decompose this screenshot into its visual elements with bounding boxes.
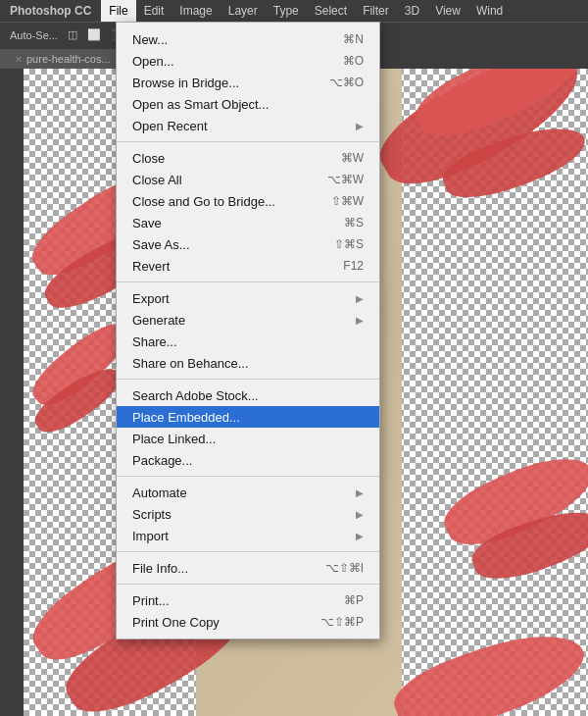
app-name: Photoshop CC bbox=[0, 4, 101, 18]
menu-file[interactable]: File bbox=[101, 0, 135, 22]
menu-item-file-info[interactable]: File Info... ⌥⇧⌘I bbox=[117, 557, 379, 579]
menu-layer[interactable]: Layer bbox=[220, 0, 266, 22]
divider-3 bbox=[117, 379, 379, 380]
divider-2 bbox=[117, 281, 379, 282]
menu-item-close-bridge[interactable]: Close and Go to Bridge... ⇧⌘W bbox=[117, 190, 379, 212]
open-recent-arrow: ▶ bbox=[356, 121, 364, 131]
menu-type[interactable]: Type bbox=[266, 0, 307, 22]
toolbar-auto-select[interactable]: Auto-Se... bbox=[5, 27, 63, 43]
tools-panel bbox=[0, 69, 24, 716]
menu-item-scripts[interactable]: Scripts ▶ bbox=[117, 503, 379, 525]
menu-item-search-stock[interactable]: Search Adobe Stock... bbox=[117, 384, 379, 406]
menu-item-open[interactable]: Open... ⌘O bbox=[117, 50, 379, 72]
menu-section-place: Search Adobe Stock... Place Embedded... … bbox=[117, 383, 379, 473]
menu-section-automate: Automate ▶ Scripts ▶ Import ▶ bbox=[117, 480, 379, 548]
menu-item-share-behance[interactable]: Share on Behance... bbox=[117, 352, 379, 374]
menu-filter[interactable]: Filter bbox=[355, 0, 397, 22]
menu-select[interactable]: Select bbox=[307, 0, 355, 22]
menu-3d[interactable]: 3D bbox=[397, 0, 427, 22]
tab-pure-health[interactable]: ✕ pure-health-cos... bbox=[0, 49, 122, 69]
menu-item-import[interactable]: Import ▶ bbox=[117, 525, 379, 546]
menu-item-generate[interactable]: Generate ▶ bbox=[117, 309, 379, 331]
divider-4 bbox=[117, 476, 379, 477]
menu-item-package[interactable]: Package... bbox=[117, 449, 379, 471]
menu-item-place-linked[interactable]: Place Linked... bbox=[117, 428, 379, 449]
menu-section-open: New... ⌘N Open... ⌘O Browse in Bridge...… bbox=[117, 26, 379, 138]
import-arrow: ▶ bbox=[356, 531, 364, 541]
menu-image[interactable]: Image bbox=[172, 0, 220, 22]
menu-section-info: File Info... ⌥⇧⌘I bbox=[117, 555, 379, 581]
menu-bar-items: File Edit Image Layer Type Select Filter… bbox=[101, 0, 511, 22]
menu-view[interactable]: View bbox=[427, 0, 468, 22]
toolbar-align-left[interactable]: ◫ bbox=[63, 26, 82, 43]
divider-1 bbox=[117, 141, 379, 142]
menu-item-place-embedded[interactable]: Place Embedded... bbox=[117, 406, 379, 428]
menu-edit[interactable]: Edit bbox=[136, 0, 172, 22]
menu-item-revert[interactable]: Revert F12 bbox=[117, 255, 379, 277]
menu-item-new[interactable]: New... ⌘N bbox=[117, 28, 379, 50]
menu-wind[interactable]: Wind bbox=[468, 0, 511, 22]
export-arrow: ▶ bbox=[356, 293, 364, 304]
menu-item-automate[interactable]: Automate ▶ bbox=[117, 482, 379, 503]
menu-section-export: Export ▶ Generate ▶ Share... Share on Be… bbox=[117, 285, 379, 376]
tab-close-1[interactable]: ✕ bbox=[15, 54, 23, 65]
toolbar-align-center[interactable]: ⬜ bbox=[82, 26, 106, 43]
automate-arrow: ▶ bbox=[356, 487, 364, 498]
file-dropdown-menu: New... ⌘N Open... ⌘O Browse in Bridge...… bbox=[116, 22, 380, 639]
menu-section-print: Print... ⌘P Print One Copy ⌥⇧⌘P bbox=[117, 588, 379, 635]
generate-arrow: ▶ bbox=[356, 315, 364, 326]
menu-section-save: Close ⌘W Close All ⌥⌘W Close and Go to B… bbox=[117, 145, 379, 279]
menu-item-share[interactable]: Share... bbox=[117, 331, 379, 352]
menu-item-close[interactable]: Close ⌘W bbox=[117, 147, 379, 169]
menu-item-open-smart[interactable]: Open as Smart Object... bbox=[117, 93, 379, 115]
menu-item-close-all[interactable]: Close All ⌥⌘W bbox=[117, 169, 379, 190]
menu-item-save[interactable]: Save ⌘S bbox=[117, 212, 379, 233]
menu-item-open-recent[interactable]: Open Recent ▶ bbox=[117, 115, 379, 136]
menu-item-print-one[interactable]: Print One Copy ⌥⇧⌘P bbox=[117, 611, 379, 633]
menu-item-print[interactable]: Print... ⌘P bbox=[117, 589, 379, 611]
scripts-arrow: ▶ bbox=[356, 509, 364, 520]
divider-5 bbox=[117, 551, 379, 552]
menu-item-save-as[interactable]: Save As... ⇧⌘S bbox=[117, 233, 379, 255]
menu-bar: Photoshop CC File Edit Image Layer Type … bbox=[0, 0, 588, 22]
menu-item-export[interactable]: Export ▶ bbox=[117, 287, 379, 309]
menu-item-browse[interactable]: Browse in Bridge... ⌥⌘O bbox=[117, 72, 379, 93]
divider-6 bbox=[117, 584, 379, 585]
